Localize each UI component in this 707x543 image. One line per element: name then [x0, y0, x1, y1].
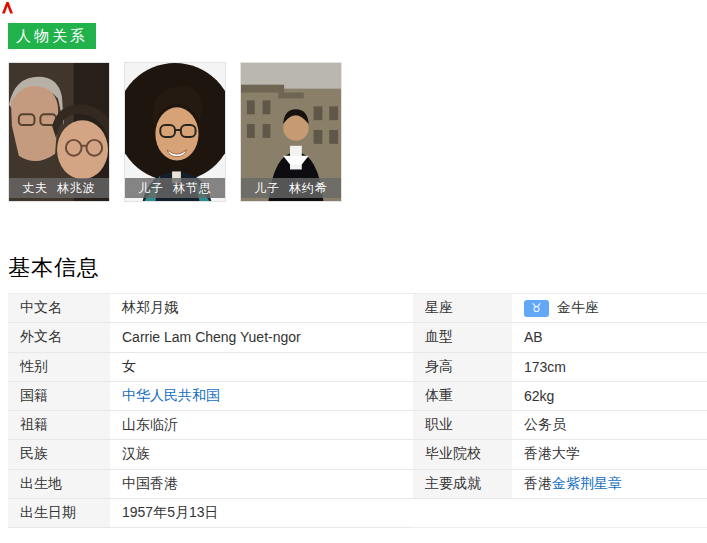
empty-cell: [413, 499, 707, 527]
table-row-nationality: 国籍 中华人民共和国: [8, 382, 413, 411]
info-label: 中文名: [8, 294, 110, 322]
info-label: 毕业院校: [413, 440, 512, 468]
table-row-chinese-name: 中文名 林郑月娥: [8, 294, 413, 323]
table-row-blood-type: 血型 AB: [413, 323, 707, 352]
achievement-link[interactable]: 金紫荆星章: [552, 475, 622, 493]
relations-section-badge: 人物关系: [8, 23, 96, 49]
info-value: ♉ 金牛座: [512, 294, 707, 322]
relation-cards: 丈夫 林兆波 儿子 林节思: [8, 62, 342, 202]
info-value: 中国香港: [110, 470, 413, 498]
relation-caption: 丈夫 林兆波: [9, 178, 109, 198]
table-row-ethnicity: 民族 汉族: [8, 440, 413, 469]
table-row-gender: 性别 女: [8, 353, 413, 382]
table-row-alma-mater: 毕业院校 香港大学: [413, 440, 707, 469]
clipped-red-glyph-fragment: [2, 0, 13, 12]
table-row-ancestral-home: 祖籍 山东临沂: [8, 411, 413, 440]
page: 人物关系 丈夫 林兆波: [0, 0, 707, 543]
info-value: 173cm: [512, 353, 707, 381]
basic-info-table-right: 星座 ♉ 金牛座 血型 AB 身高 173cm 体重 62kg 职业 公务员 毕…: [413, 293, 707, 528]
info-label: 国籍: [8, 382, 110, 410]
info-label: 星座: [413, 294, 512, 322]
info-value: 汉族: [110, 440, 413, 468]
relation-card-son-2[interactable]: 儿子 林约希: [240, 62, 342, 202]
table-row-empty: [413, 499, 707, 528]
info-label: 职业: [413, 411, 512, 439]
relation-card-husband[interactable]: 丈夫 林兆波: [8, 62, 110, 202]
achievement-plain-text: 香港: [524, 475, 552, 493]
info-value: Carrie Lam Cheng Yuet-ngor: [110, 323, 413, 351]
table-row-birthplace: 出生地 中国香港: [8, 470, 413, 499]
relation-caption: 儿子 林约希: [241, 178, 341, 198]
relation-card-son-1[interactable]: 儿子 林节思: [124, 62, 226, 202]
red-glyph-icon: [2, 2, 13, 14]
nationality-link[interactable]: 中华人民共和国: [122, 387, 220, 405]
info-value: 女: [110, 353, 413, 381]
relation-caption: 儿子 林节思: [125, 178, 225, 198]
info-label: 出生地: [8, 470, 110, 498]
info-label: 出生日期: [8, 499, 110, 527]
table-row-achievements: 主要成就 香港金紫荆星章: [413, 470, 707, 499]
info-value: 1957年5月13日: [110, 499, 413, 527]
basic-info-table-left: 中文名 林郑月娥 外文名 Carrie Lam Cheng Yuet-ngor …: [8, 293, 413, 528]
table-row-occupation: 职业 公务员: [413, 411, 707, 440]
info-value: 中华人民共和国: [110, 382, 413, 410]
info-value: 山东临沂: [110, 411, 413, 439]
info-value: 公务员: [512, 411, 707, 439]
info-label: 外文名: [8, 323, 110, 351]
info-label: 祖籍: [8, 411, 110, 439]
info-label: 主要成就: [413, 470, 512, 498]
info-label: 民族: [8, 440, 110, 468]
info-label: 身高: [413, 353, 512, 381]
table-row-birthdate: 出生日期 1957年5月13日: [8, 499, 413, 528]
table-row-foreign-name: 外文名 Carrie Lam Cheng Yuet-ngor: [8, 323, 413, 352]
table-row-weight: 体重 62kg: [413, 382, 707, 411]
info-value: 林郑月娥: [110, 294, 413, 322]
info-value: 62kg: [512, 382, 707, 410]
info-value: AB: [512, 323, 707, 351]
table-row-zodiac: 星座 ♉ 金牛座: [413, 294, 707, 323]
info-label: 血型: [413, 323, 512, 351]
table-row-height: 身高 173cm: [413, 353, 707, 382]
taurus-icon: ♉: [524, 300, 549, 317]
info-value: 香港金紫荆星章: [512, 470, 707, 498]
info-label: 体重: [413, 382, 512, 410]
basic-info-heading: 基本信息: [8, 252, 100, 284]
zodiac-text: 金牛座: [557, 299, 599, 317]
info-label: 性别: [8, 353, 110, 381]
info-value: 香港大学: [512, 440, 707, 468]
